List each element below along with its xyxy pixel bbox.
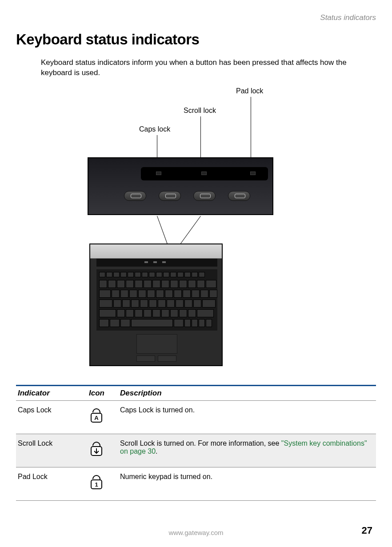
cell-indicator: Scroll Lock [16,434,87,467]
svg-text:A: A [94,415,99,421]
svg-text:1: 1 [95,481,98,488]
caps-lock-label: Caps lock [139,125,170,133]
pad-lock-leader [251,97,251,164]
indicators-table: Indicator Icon Description Caps Lock A C… [16,385,376,501]
cell-icon [87,434,118,467]
caps-lock-light [156,172,161,175]
table-row: Pad Lock 1 Numeric keypad is turned on. [16,467,376,500]
pad-lock-light [250,172,256,175]
mini-indicator [153,261,157,263]
cell-indicator: Pad Lock [16,467,87,500]
cell-description: Scroll Lock is turned on. For more infor… [118,434,376,467]
key-row [99,272,205,277]
keyboard-diagram: Pad lock Scroll lock Caps lock [40,87,352,376]
touchpad [136,334,177,354]
mini-indicator [144,261,148,263]
scroll-lock-light [201,172,207,175]
scroll-lock-leader [200,116,201,164]
indicator-bar-photo [88,157,273,215]
hardware-button [193,191,216,201]
mini-indicator [162,261,166,263]
cell-icon: A [87,400,118,434]
hardware-button [124,191,146,201]
keyboard-area [96,269,217,331]
intro-paragraph: Keyboard status indicators inform you wh… [41,58,376,78]
document-page: Status indicators Keyboard status indica… [0,0,392,547]
laptop-hinge [96,259,217,267]
hardware-button [228,191,250,201]
key-row [99,299,216,307]
cell-description: Numeric keypad is turned on. [118,467,376,500]
scroll-lock-label: Scroll lock [184,107,216,115]
laptop-photo [89,244,223,366]
page-footer: www.gateway.com 27 [0,529,392,536]
indicator-bar [141,167,268,180]
col-header-description: Description [118,385,376,400]
scroll-lock-icon [89,439,104,457]
col-header-indicator: Indicator [16,385,87,400]
desc-text: Scroll Lock is turned on. For more infor… [120,439,281,447]
caps-lock-icon: A [89,406,104,424]
col-header-icon: Icon [87,385,118,400]
pad-lock-label: Pad lock [236,87,263,95]
desc-text: . [156,447,157,455]
section-header: Status indicators [16,13,376,22]
table-header-row: Indicator Icon Description [16,385,376,400]
page-title: Keyboard status indicators [16,31,376,48]
laptop-hinge-strip [90,244,222,259]
key-row [99,309,214,317]
key-row [99,319,212,327]
hardware-button [159,191,181,201]
touchpad-buttons [136,355,176,362]
table-row: Caps Lock A Caps Lock is turned on. [16,400,376,434]
cell-description: Caps Lock is turned on. [118,400,376,434]
table-row: Scroll Lock Scroll Lock is turned on. Fo… [16,434,376,467]
footer-url: www.gateway.com [168,529,223,536]
pad-lock-icon: 1 [89,473,104,491]
cell-indicator: Caps Lock [16,400,87,434]
page-number: 27 [362,525,372,536]
key-row [99,280,216,288]
key-row [99,290,217,298]
cell-icon: 1 [87,467,118,500]
